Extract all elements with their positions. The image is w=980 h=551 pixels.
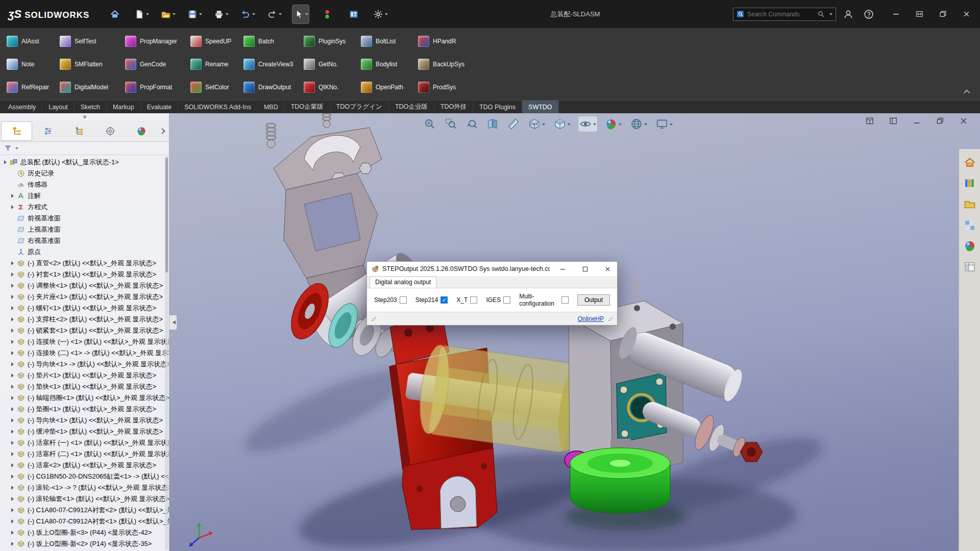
previous-view-button[interactable]	[464, 116, 479, 132]
tab-assembly[interactable]: Assembly	[2, 101, 42, 113]
ribbon-button-setcolor[interactable]: SetColor	[188, 80, 241, 94]
expand-arrow[interactable]	[10, 205, 17, 209]
ribbon-button-digitalmodel[interactable]: DigitalModel	[57, 80, 122, 94]
expand-arrow[interactable]	[10, 418, 17, 422]
command-search[interactable]	[733, 8, 836, 21]
dropdown-caret-icon[interactable]	[279, 13, 282, 17]
tree-item[interactable]: (-) 缓冲垫<1> (默认) <<默认>_外观 显示状态>	[0, 426, 169, 437]
tree-item[interactable]: (-) 导向块<1> (默认) <<默认>_外观 显示状态>	[0, 415, 169, 426]
expand-arrow[interactable]	[10, 452, 17, 456]
measure-button[interactable]	[506, 116, 521, 132]
window-restore-button[interactable]	[932, 5, 953, 23]
expand-arrow[interactable]	[10, 463, 17, 467]
ribbon-collapse-button[interactable]	[962, 88, 973, 96]
tree-item[interactable]: (-) 活塞杆 (一) <1> (默认) <<默认>_外观 显示状态>	[0, 437, 169, 448]
tab-markup[interactable]: Markup	[107, 101, 141, 113]
expand-arrow[interactable]	[3, 160, 10, 164]
tab-swtdo[interactable]: SWTDO	[522, 101, 559, 113]
scrollbar-thumb[interactable]	[165, 158, 168, 272]
tree-item[interactable]: (-) 锁紧套<1> (默认) <<默认>_外观 显示状态>	[0, 325, 169, 336]
expand-arrow[interactable]	[10, 272, 17, 277]
tree-item[interactable]: (-) CG1BN50-20-DNS2065缸盖<1> -> (默认) <<默认…	[0, 471, 169, 482]
new-document-button[interactable]	[133, 5, 150, 23]
checkbox-x-t[interactable]	[470, 296, 477, 304]
expand-arrow[interactable]	[10, 531, 17, 535]
ribbon-button-drawoutput[interactable]: DrawOutput	[241, 80, 301, 94]
tree-item[interactable]: (-) 垫圈<1> (默认) <<默认>_外观 显示状态>	[0, 404, 169, 415]
tree-item[interactable]: (-) 夹片座<1> (默认) <<默认>_外观 显示状态>	[0, 291, 169, 303]
home-button[interactable]	[107, 5, 123, 23]
dropdown-caret-icon[interactable]	[252, 13, 255, 17]
onlinehp-link[interactable]: OnlineHP	[578, 315, 604, 322]
tab-tdo企業版[interactable]: TDO企業版	[285, 101, 330, 113]
graphics-viewport[interactable]: 总装配 (默认) <默认_显示状态-1>历史记录传感器注解方程式前视基准面上视基…	[0, 113, 980, 551]
redo-button[interactable]	[266, 5, 282, 23]
edit-appearance-button[interactable]	[604, 116, 623, 132]
tree-item[interactable]: (-) 活塞<2> (默认) <<默认>_外观 显示状态>	[0, 460, 169, 471]
panel-collapse-button[interactable]	[169, 315, 177, 330]
tab-digital-analog-output[interactable]: Digital analog output	[370, 277, 436, 288]
window-layout-toggle-button[interactable]	[909, 5, 930, 23]
ribbon-button-bodylist[interactable]: Bodylist	[358, 57, 415, 71]
hide-show-items-button[interactable]	[578, 116, 597, 132]
output-button[interactable]: Output	[577, 294, 610, 306]
taskpane-view-palette-button[interactable]	[962, 218, 977, 232]
tree-filter-bar[interactable]	[0, 142, 169, 155]
tree-item[interactable]: (-) 滚轮-<1> -> ? (默认) <<默认>_外观 显示状态>	[0, 482, 169, 493]
expand-arrow[interactable]	[10, 497, 17, 501]
restore-doc-button[interactable]	[932, 115, 948, 127]
expand-arrow[interactable]	[10, 340, 17, 344]
ribbon-button-propformat[interactable]: PropFormat	[122, 80, 188, 94]
expand-arrow[interactable]	[10, 474, 17, 479]
tree-item[interactable]: (-) 坂上O型圈-新<3> (P44) <显示状态-42>	[0, 527, 169, 538]
dialog-title-bar[interactable]: STEPOutput 2025.1.26.0SWTDO Sys swtdo.la…	[367, 262, 617, 276]
checkbox-iges[interactable]	[503, 296, 510, 304]
lifecycle-status-button[interactable]	[319, 5, 335, 23]
fm-tab-propertymanager[interactable]	[33, 122, 63, 140]
zoom-to-area-button[interactable]	[444, 116, 458, 132]
checkbox-multi-configuration[interactable]	[561, 296, 569, 304]
dialog-minimize-button[interactable]	[553, 262, 572, 276]
expand-arrow[interactable]	[10, 317, 17, 321]
ribbon-button-backupsys[interactable]: BackUpSys	[415, 57, 477, 71]
tab-mbd[interactable]: MBD	[258, 101, 285, 113]
ribbon-button-smflatten[interactable]: SMFlatten	[57, 57, 122, 71]
tree-item-root[interactable]: 总装配 (默认) <默认_显示状态-1>	[0, 157, 169, 168]
stepoutput-dialog[interactable]: STEPOutput 2025.1.26.0SWTDO Sys swtdo.la…	[366, 261, 618, 325]
filter-caret[interactable]	[15, 147, 18, 151]
undo-button[interactable]	[239, 5, 256, 23]
tree-item[interactable]: 原点	[0, 246, 169, 258]
tab-evaluate[interactable]: Evaluate	[141, 101, 179, 113]
resize-grip-right[interactable]	[608, 316, 613, 321]
ribbon-button-batch[interactable]: Batch	[241, 34, 301, 48]
ribbon-button-prodsys[interactable]: ProdSys	[415, 80, 477, 94]
tab-solidworks-add-ins[interactable]: SOLIDWORKS Add-Ins	[178, 101, 258, 113]
fm-tab-dimxpertmanager[interactable]	[95, 122, 125, 140]
tree-item[interactable]: (-) 连接块 (二) <1> -> (默认) <<默认>_外观 显示状态>	[0, 347, 169, 359]
tree-item[interactable]: 注解	[0, 190, 169, 202]
help-button[interactable]	[861, 5, 877, 23]
ribbon-button-createview3[interactable]: CreateView3	[241, 57, 301, 71]
ribbon-button-selftest[interactable]: SelfTest	[57, 34, 122, 48]
search-input[interactable]	[747, 11, 814, 18]
expand-arrow[interactable]	[10, 362, 17, 366]
fm-tabs-overflow-button[interactable]	[157, 122, 167, 140]
view-settings-button[interactable]	[655, 116, 674, 132]
dropdown-caret-icon[interactable]	[146, 13, 149, 17]
tab-tdo外挂[interactable]: TDO外挂	[434, 101, 473, 113]
tab-tdo[interactable]: TDOプラグイン	[330, 101, 389, 113]
viewport-pane-button[interactable]	[885, 115, 901, 127]
dropdown-caret-icon[interactable]	[199, 13, 202, 17]
expand-arrow[interactable]	[10, 519, 17, 523]
expand-arrow[interactable]	[10, 486, 17, 490]
ribbon-button-aiasst[interactable]: AIAsst	[4, 34, 57, 48]
expand-arrow[interactable]	[10, 396, 17, 400]
expand-arrow[interactable]	[10, 261, 17, 265]
expand-arrow[interactable]	[10, 441, 17, 445]
tree-item[interactable]: (-) 支撑柱<2> (默认) <<默认>_外观 显示状态>	[0, 314, 169, 325]
view-orientation-button[interactable]	[553, 116, 572, 132]
tree-item[interactable]: 前视基准面	[0, 213, 169, 224]
expand-arrow[interactable]	[10, 385, 17, 389]
tree-item[interactable]: (-) 垫块<1> (默认) <<默认>_外观 显示状态>	[0, 381, 169, 392]
dropdown-caret-icon[interactable]	[568, 123, 571, 127]
